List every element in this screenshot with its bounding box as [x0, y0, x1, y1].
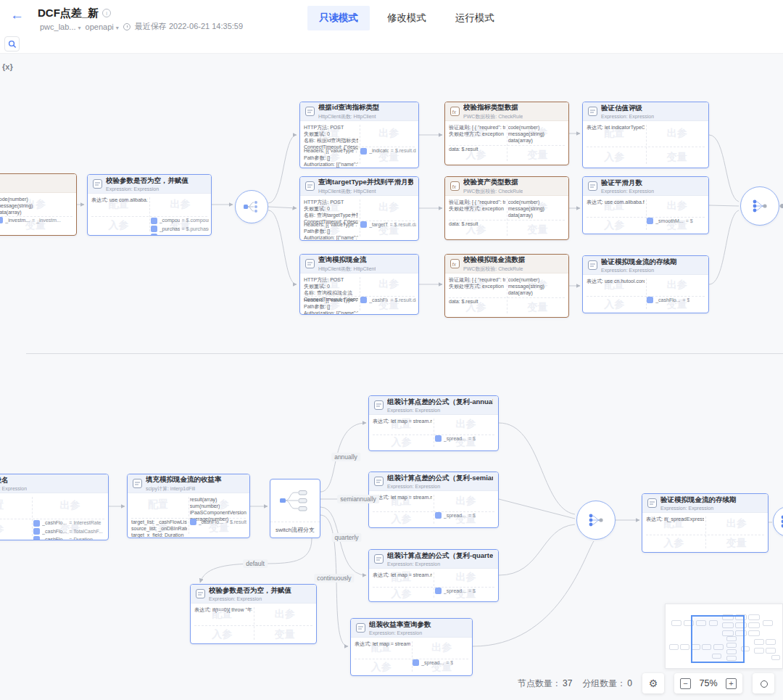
- variable-tag: _indicato...= $.result.data: [360, 147, 416, 154]
- node-output-tags: _spread...= $: [435, 588, 496, 596]
- node-title: 校验指标类型数据: [463, 103, 523, 112]
- tab-1[interactable]: 修改模式: [376, 6, 438, 30]
- node-config-text: 表达式: use com.alibaba.fastjson...: [91, 197, 148, 203]
- flow-node-expression[interactable]: 组装计算点差的公式（复利-semiannually）Expression: Ex…: [368, 472, 499, 528]
- flow-node-expression[interactable]: 验证平滑月数Expression: Expression配置出参入参变量表达式:…: [582, 176, 709, 234]
- flow-node-checkrule[interactable]: fx校验模拟现金流数据PWC数据校验: CheckRule配置出参入参变量验证规…: [444, 254, 569, 318]
- branch-label-annually: annually: [331, 453, 360, 461]
- flow-node-expression[interactable]: 组装计算点差的公式（复利-annually）Expression: Expres…: [368, 395, 499, 451]
- node-config-text: Rate =...: [0, 496, 30, 503]
- variable-chip-icon: [0, 217, 3, 223]
- gear-icon: ⚙: [649, 678, 658, 689]
- node-body: 配置出参入参变量表达式: let map = stream.map()..._s…: [369, 491, 498, 527]
- node-config-text: data: $.result: [449, 221, 505, 227]
- node-subtitle: Expression: Expression: [601, 189, 654, 194]
- node-body: 配置出参入参变量表达式: use com.alibaba.fastjson...…: [88, 194, 211, 235]
- node-title: 验证模拟现金流的存续期: [660, 495, 737, 505]
- node-body: 配置出参入参变量表达式: let map = stream.map()..._s…: [369, 569, 498, 601]
- tab-2[interactable]: 运行模式: [444, 6, 506, 30]
- node-header: 组装计算点差的公式（复利-annually）Expression: Expres…: [369, 396, 498, 415]
- flow-node-expression[interactable]: 验证模拟现金流的存续期Expression: Expression配置出参入参变…: [642, 493, 768, 553]
- api-select[interactable]: openapi ▾: [86, 22, 119, 31]
- node-config-text: 表达式: let map = stream.map()...: [373, 494, 432, 501]
- node-header: 验证估值评级Expression: Expression: [583, 102, 708, 121]
- node-header: 填充模拟现金流的收益率scipy计算: interp1dFill: [128, 474, 249, 493]
- variable-tag: _spread...= $: [435, 588, 496, 594]
- variable-tag: _cashFlo...= $: [647, 297, 706, 303]
- node-config-text: code(number)message(string)data(array): [508, 124, 566, 144]
- variable-tag: _cashFlo...= Duration: [33, 536, 106, 540]
- branch-split-node[interactable]: [235, 190, 268, 223]
- node-body: 配置出参入参变量HTTP方法: POST失败重试: 0名称: 根据id查询指标类…: [300, 121, 418, 168]
- zoom-out-button[interactable]: −: [680, 678, 691, 689]
- tab-0[interactable]: 只读模式: [307, 6, 370, 30]
- minimap-viewport[interactable]: [691, 615, 745, 663]
- flow-node-expression[interactable]: 验证模拟现金流的存续期Expression: Expression配置出参入参变…: [582, 255, 709, 313]
- branch-label-quarterly: quarterly: [331, 533, 361, 542]
- flow-node-checkrule[interactable]: fx配置出参入参变量验证规则: [ { "required": tru...失败…: [0, 173, 77, 236]
- node-body: 配置出参入参变量表达式: let map = stream.map()..._s…: [351, 638, 472, 675]
- node-title: 校验参数是否为空，并赋值: [209, 586, 291, 596]
- node-body: 配置出参入参变量表达式: let map = stream.map()..._s…: [369, 415, 498, 450]
- node-subtitle: PWC数据校验: CheckRule: [463, 265, 526, 273]
- flow-node-scipy[interactable]: 填充模拟现金流的收益率scipy计算: interp1dFill配置出参入参变量…: [127, 474, 250, 538]
- node-config-text: 表达式: if(_spreadExpression == ...: [646, 516, 704, 522]
- variable-tag: _targetT...= $.result.data: [360, 221, 416, 228]
- node-title: 验证模拟现金流的存续期: [601, 258, 677, 267]
- settings-button[interactable]: ⚙: [642, 673, 664, 693]
- switch-node[interactable]: switch流程分支: [270, 479, 320, 538]
- node-subtitle: Expression: Expression: [601, 114, 654, 119]
- minimap-node: [680, 644, 689, 650]
- variable-chip-icon: [33, 528, 40, 535]
- node-output-tags: _cashFlo...= $.result: [190, 519, 247, 527]
- info-icon[interactable]: i: [102, 9, 111, 17]
- variable-chip-icon: [151, 226, 157, 232]
- variable-chip-icon: [33, 520, 40, 527]
- expression-icon: [588, 181, 597, 191]
- flow-node-expression[interactable]: 组装计算点差的公式（复利-quarterly）Expression: Expre…: [368, 549, 499, 602]
- variables-button[interactable]: {x}: [2, 62, 13, 71]
- node-count: 节点数量：37: [518, 678, 572, 690]
- flow-node-http[interactable]: 根据id查询指标类型HttpClient函数: HttpClient配置出参入参…: [299, 102, 419, 168]
- node-title: 校验参数是否为空，并赋值: [106, 176, 188, 186]
- node-body: 配置出参入参变量验证规则: [ { "required": tru...失败处理…: [0, 193, 76, 235]
- project-select[interactable]: pwc_lab... ▾: [40, 22, 81, 31]
- flow-node-http[interactable]: 查询模拟现金流HttpClient函数: HttpClient配置出参入参变量H…: [299, 254, 419, 315]
- node-title: 查询模拟现金流: [318, 255, 376, 265]
- chevron-down-icon: ▾: [78, 25, 81, 31]
- node-header: 验证模拟现金流的存续期Expression: Expression: [642, 494, 768, 513]
- node-config-text: target_list: _cashFlowListsource_list: _…: [131, 519, 187, 538]
- flow-node-expression[interactable]: 组装收益率查询参数Expression: Expression配置出参入参变量表…: [350, 618, 473, 676]
- flow-canvas[interactable]: fx配置出参入参变量验证规则: [ { "required": tru...失败…: [0, 54, 783, 700]
- node-body: 配置出参入参变量HTTP方法: POST失败重试: 0名称: 查询模拟现金流Co…: [300, 273, 418, 314]
- merge-node[interactable]: [740, 186, 779, 226]
- variable-tag: _smoothM...= $: [647, 218, 706, 224]
- node-subtitle: Expression: Expression: [387, 408, 493, 413]
- node-subtitle: Expression: Expression: [387, 561, 493, 567]
- node-subtitle: Expression: Expression: [660, 506, 737, 511]
- variable-tag: _cashFlo...= TotalCashF...: [33, 528, 106, 535]
- flow-node-expression[interactable]: 验证估值评级Expression: Expression配置出参入参变量表达式:…: [582, 102, 709, 168]
- node-header: fx校验资产类型数据PWC数据校验: CheckRule: [445, 177, 568, 196]
- node-body: 配置出参入参变量验证规则: [ { "required": tru...失败处理…: [445, 121, 568, 165]
- node-header: fx校验模拟现金流数据PWC数据校验: CheckRule: [445, 255, 568, 273]
- flow-node-expression[interactable]: 校验参数是否为空，并赋值Expression: Expression配置出参入参…: [87, 174, 212, 236]
- node-config-text: code(number)message(string)data(array): [508, 199, 566, 218]
- variable-chip-icon: [647, 297, 653, 303]
- flow-node-expression[interactable]: 设置字段名Expression: Expression配置出参入参变量Rate …: [0, 474, 109, 540]
- node-header: 根据id查询指标类型HttpClient函数: HttpClient: [300, 102, 418, 121]
- search-button[interactable]: [4, 36, 20, 52]
- flow-node-checkrule[interactable]: fx校验指标类型数据PWC数据校验: CheckRule配置出参入参变量验证规则…: [444, 102, 569, 165]
- flow-node-http[interactable]: 查询targetType并找到平滑月数HttpClient函数: HttpCli…: [299, 176, 419, 241]
- node-body: 配置出参入参变量验证规则: [ { "required": tru...失败处理…: [445, 273, 568, 317]
- flow-node-checkrule[interactable]: fx校验资产类型数据PWC数据校验: CheckRule配置出参入参变量验证规则…: [444, 176, 569, 240]
- zoom-in-button[interactable]: +: [726, 678, 737, 689]
- flow-node-expression[interactable]: 校验参数是否为空，并赋值Expression: Expression配置出参入参…: [190, 584, 317, 644]
- merge-node[interactable]: [576, 501, 616, 540]
- http-icon: [305, 181, 315, 191]
- minimap[interactable]: [665, 604, 783, 669]
- fit-view-button[interactable]: [753, 673, 774, 693]
- back-button[interactable]: ←: [10, 7, 24, 23]
- checkrule-icon: fx: [450, 259, 460, 268]
- minimap-node: [754, 639, 764, 645]
